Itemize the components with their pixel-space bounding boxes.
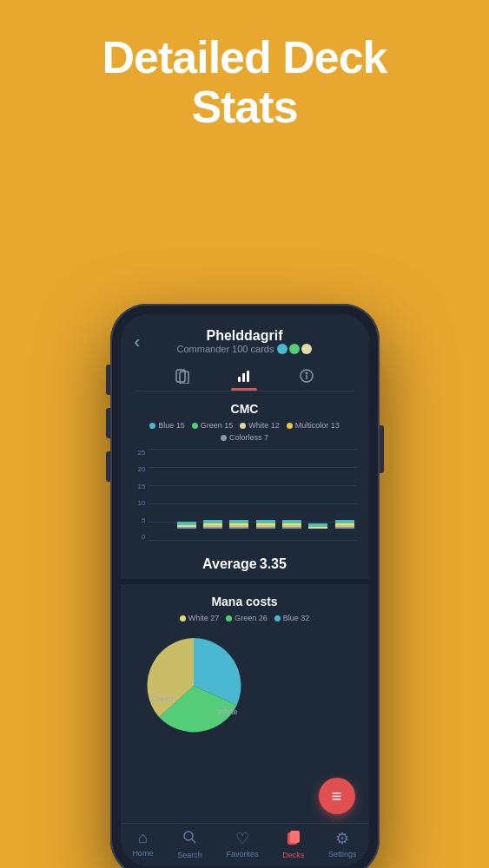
- mana-dot-green: [289, 344, 300, 354]
- tab-info[interactable]: [299, 368, 314, 391]
- mana-legend-white: White 27: [180, 614, 220, 622]
- svg-rect-2: [238, 377, 241, 382]
- legend-colorless: Colorless 7: [221, 433, 268, 442]
- bar-group: [201, 449, 224, 529]
- back-button[interactable]: ‹: [135, 332, 141, 352]
- fab-icon: ≡: [332, 787, 342, 805]
- tab-bar: [135, 363, 355, 391]
- svg-point-8: [184, 832, 193, 840]
- bar-segment-colorless: [229, 527, 248, 529]
- fab-button[interactable]: ≡: [319, 778, 355, 814]
- mana-section: Mana costs White 27 Green 26 Blue 32: [121, 584, 369, 749]
- cmc-title: CMC: [133, 402, 357, 416]
- nav-decks-label: Decks: [282, 851, 304, 859]
- screen-content: CMC Blue 15 Green 15 White 12: [121, 391, 369, 823]
- nav-search-label: Search: [177, 851, 202, 859]
- phone-mockup: ‹ Phelddagrif Commander 100 cards: [110, 304, 380, 868]
- bottom-nav: ⌂ Home Search ♡ Favorites: [121, 823, 369, 866]
- nav-favorites[interactable]: ♡ Favorites: [226, 829, 258, 859]
- mana-icons: [277, 344, 312, 354]
- bar-group: [307, 449, 330, 529]
- bar-group: [228, 449, 251, 529]
- deck-name: Phelddagrif: [177, 328, 313, 344]
- mana-legend: White 27 Green 26 Blue 32: [133, 614, 357, 622]
- screen-header: ‹ Phelddagrif Commander 100 cards: [121, 314, 369, 391]
- tab-cards[interactable]: [175, 368, 190, 391]
- bar-segment-white: [308, 527, 327, 529]
- bar-group: [175, 449, 198, 529]
- legend-multi: Multicolor 13: [287, 421, 340, 430]
- svg-rect-4: [247, 371, 249, 382]
- bar-group: [254, 449, 277, 529]
- bar-group: [149, 449, 172, 529]
- mana-costs-title: Mana costs: [133, 595, 357, 608]
- cmc-section: CMC Blue 15 Green 15 White 12: [121, 391, 369, 579]
- bar-segment-colorless: [282, 527, 301, 529]
- nav-home-label: Home: [132, 849, 153, 858]
- heart-icon: ♡: [235, 829, 249, 848]
- nav-home[interactable]: ⌂ Home: [132, 829, 153, 859]
- svg-line-9: [192, 839, 195, 843]
- phone-body: ‹ Phelddagrif Commander 100 cards: [110, 304, 380, 868]
- decks-icon: [286, 829, 301, 849]
- y-axis: 0 5 10 15 20 25: [133, 449, 149, 553]
- hero-line2: Stats: [0, 82, 489, 132]
- header-nav: ‹ Phelddagrif Commander 100 cards: [135, 328, 355, 354]
- tab-stats[interactable]: [236, 368, 252, 391]
- pie-area: Green White: [133, 629, 357, 742]
- header-title-block: Phelddagrif Commander 100 cards: [177, 328, 313, 354]
- deck-subtitle: Commander 100 cards: [177, 344, 313, 354]
- legend-blue: Blue 15: [149, 421, 185, 430]
- mana-dot-white: [301, 344, 312, 354]
- legend-white: White 12: [240, 421, 280, 430]
- mana-dot-blue: [277, 344, 287, 354]
- legend-green: Green 15: [192, 421, 234, 430]
- bar-segment-colorless: [335, 527, 354, 529]
- pie-chart: [142, 634, 246, 738]
- pie-label-white: White: [218, 707, 238, 716]
- bar-segment-colorless: [177, 527, 196, 529]
- bar-group: [280, 449, 303, 529]
- nav-decks[interactable]: Decks: [282, 829, 304, 859]
- bars-area: [149, 449, 357, 553]
- pie-label-green: Green: [152, 694, 174, 703]
- mana-legend-blue: Blue 32: [274, 614, 310, 622]
- nav-settings[interactable]: ⚙ Settings: [328, 829, 357, 859]
- bar-groups: [149, 449, 357, 529]
- svg-rect-3: [242, 373, 245, 382]
- bar-group: [333, 449, 356, 529]
- bar-segment-colorless: [203, 527, 222, 529]
- phone-screen: ‹ Phelddagrif Commander 100 cards: [121, 314, 369, 866]
- nav-favorites-label: Favorites: [226, 850, 258, 858]
- nav-search[interactable]: Search: [177, 829, 202, 859]
- svg-point-7: [306, 372, 307, 374]
- cmc-legend: Blue 15 Green 15 White 12 Multicolo: [133, 421, 357, 442]
- search-icon: [182, 829, 197, 849]
- svg-rect-11: [290, 831, 300, 843]
- x-labels: [149, 529, 357, 541]
- home-icon: ⌂: [138, 829, 148, 847]
- chart-average: Average 3.35: [133, 556, 357, 572]
- mana-legend-green: Green 26: [226, 614, 268, 622]
- hero-title: Detailed Deck Stats: [0, 0, 489, 132]
- nav-settings-label: Settings: [328, 850, 357, 858]
- hero-line1: Detailed Deck: [0, 33, 489, 82]
- bar-segment-colorless: [256, 527, 275, 529]
- settings-icon: ⚙: [335, 829, 349, 848]
- average-value: 3.35: [260, 556, 287, 571]
- cmc-chart: 0 5 10 15 20 25: [133, 449, 357, 553]
